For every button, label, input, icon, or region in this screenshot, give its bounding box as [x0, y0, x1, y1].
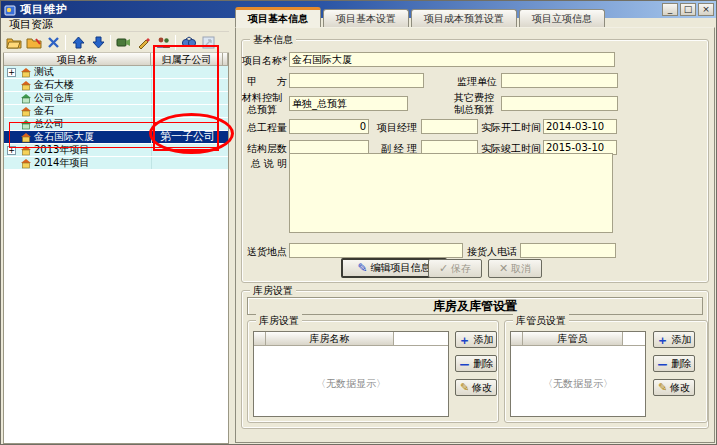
warehouse-banner: 库房及库管设置	[247, 297, 703, 315]
edit-folder-icon[interactable]	[24, 34, 43, 51]
description-label: 总 说 明	[237, 158, 287, 170]
edit-note-icon: ✎	[658, 383, 667, 393]
project-tree: 项目名称 归属子公司 + 测试 金石大楼 公司仓库	[3, 53, 229, 444]
check-icon: ✓	[439, 262, 448, 275]
party-a-label: 甲 方	[233, 76, 287, 88]
warehouse-group-title: 库房设置	[250, 284, 296, 298]
warehouse-add-button[interactable]: ＋添加	[455, 331, 497, 348]
save-button[interactable]: ✓保存	[428, 259, 482, 278]
delete-icon[interactable]	[44, 34, 63, 51]
house-icon	[20, 67, 32, 78]
tree-row-2014-projects[interactable]: 2014年项目	[4, 157, 228, 170]
keeper-add-button[interactable]: ＋添加	[653, 331, 695, 348]
pen-icon[interactable]	[134, 34, 153, 51]
expand-icon[interactable]: +	[7, 146, 16, 155]
house-icon	[20, 158, 32, 169]
tab-project-basic-settings[interactable]: 项目基本设置	[323, 9, 409, 27]
search-icon[interactable]	[179, 34, 198, 51]
tree-row-jinshi[interactable]: 金石	[4, 105, 228, 118]
delivery-place-field[interactable]	[289, 243, 463, 258]
open-folder-icon[interactable]	[4, 34, 23, 51]
x-icon: ✕	[499, 262, 508, 275]
party-a-field[interactable]	[289, 73, 424, 88]
keeper-column-header[interactable]: 库管员	[523, 332, 623, 345]
minus-icon: −	[459, 359, 471, 369]
column-header-subsidiary[interactable]: 归属子公司	[151, 53, 223, 66]
total-quantity-field[interactable]	[289, 119, 369, 134]
delivery-place-label: 送货地点	[237, 246, 287, 258]
toolbar-separator	[65, 35, 66, 50]
total-quantity-label: 总工程量	[237, 122, 287, 134]
tab-cost-budget-settings[interactable]: 项目成本预算设置	[411, 9, 517, 27]
tab-project-approval-info[interactable]: 项目立项信息	[519, 9, 605, 27]
users-icon[interactable]	[154, 34, 173, 51]
project-manager-field[interactable]	[421, 119, 478, 134]
keeper-table[interactable]: 库管员 〈无数据显示〉	[510, 331, 646, 417]
supervisor-label: 监理单位	[453, 76, 497, 88]
move-up-icon[interactable]	[69, 34, 88, 51]
house-icon	[20, 106, 32, 117]
house-icon	[20, 145, 32, 156]
tree-row-2013-projects[interactable]: + 2013年项目	[4, 144, 228, 157]
tree-row-jinshi-international-selected[interactable]: 金石国际大厦 第一子公司	[4, 131, 228, 144]
project-name-label: 项目名称*	[233, 55, 287, 67]
project-name-field[interactable]	[289, 52, 615, 67]
house-icon	[20, 132, 32, 143]
menu-item-project-resources[interactable]: 项目资源	[3, 17, 59, 32]
receiver-phone-field[interactable]	[520, 243, 616, 258]
toolbar-separator	[110, 35, 111, 50]
plus-icon: ＋	[657, 335, 669, 345]
green-house-icon	[20, 93, 32, 104]
group-title: 基本信息	[250, 33, 296, 47]
keeper-remove-button[interactable]: −删除	[653, 355, 695, 372]
tree-header: 项目名称 归属子公司	[4, 53, 228, 66]
window-title: 项目维护	[20, 2, 68, 17]
tab-strip: 项目基本信息 项目基本设置 项目成本预算设置 项目立项信息	[235, 7, 715, 27]
expand-icon[interactable]: +	[7, 68, 16, 77]
tree-row-company-warehouse[interactable]: 公司仓库	[4, 92, 228, 105]
tab-project-basic-info[interactable]: 项目基本信息	[235, 7, 321, 27]
green-house-icon	[20, 119, 32, 130]
warehouse-left-title: 库房设置	[256, 314, 302, 328]
no-data-text: 〈无数据显示〉	[254, 377, 448, 391]
warehouse-modify-button[interactable]: ✎修改	[455, 379, 497, 396]
floors-label: 结构层数	[237, 143, 287, 155]
menu-bar: 项目资源	[3, 18, 229, 32]
warehouse-table[interactable]: 库房名称 〈无数据显示〉	[253, 331, 449, 417]
supervisor-field[interactable]	[501, 73, 618, 88]
column-header-project-name[interactable]: 项目名称	[4, 53, 151, 66]
move-down-icon[interactable]	[89, 34, 108, 51]
cancel-button[interactable]: ✕取消	[488, 259, 542, 278]
description-field[interactable]	[289, 153, 613, 233]
tree-row-jinshi-building[interactable]: 金石大楼	[4, 79, 228, 92]
project-manager-label: 项目经理	[373, 122, 417, 134]
tree-row-test[interactable]: + 测试	[4, 66, 228, 79]
tree-rows: + 测试 金石大楼 公司仓库 金石	[4, 66, 228, 170]
edit-note-icon: ✎	[460, 383, 469, 393]
toolbar	[3, 32, 229, 53]
material-budget-field[interactable]	[289, 96, 408, 111]
export-icon[interactable]	[199, 34, 218, 51]
minus-icon: −	[657, 359, 669, 369]
app-window: 项目维护 _ □ × 项目资源 项目名称 归属子公司 +	[0, 0, 717, 445]
subsidiary-value: 第一子公司	[151, 131, 223, 143]
toolbar-separator	[175, 35, 176, 50]
keeper-modify-button[interactable]: ✎修改	[653, 379, 695, 396]
other-budget-field[interactable]	[501, 96, 618, 111]
actual-start-label: 实际开工时间	[479, 122, 541, 134]
other-budget-label: 其它费控 制总预算	[451, 92, 497, 116]
keeper-group-title: 库管员设置	[513, 314, 569, 328]
camera-icon[interactable]	[114, 34, 133, 51]
material-budget-label: 材料控制 总预算	[237, 92, 287, 116]
receiver-phone-label: 接货人电话	[463, 246, 517, 258]
warehouse-name-column-header[interactable]: 库房名称	[266, 332, 394, 345]
pen-icon: ✎	[357, 261, 367, 275]
app-icon	[4, 4, 16, 16]
house-icon	[20, 80, 32, 91]
plus-icon: ＋	[459, 335, 471, 345]
warehouse-remove-button[interactable]: −删除	[455, 355, 497, 372]
no-data-text: 〈无数据显示〉	[511, 377, 645, 391]
actual-start-field[interactable]	[543, 119, 617, 134]
